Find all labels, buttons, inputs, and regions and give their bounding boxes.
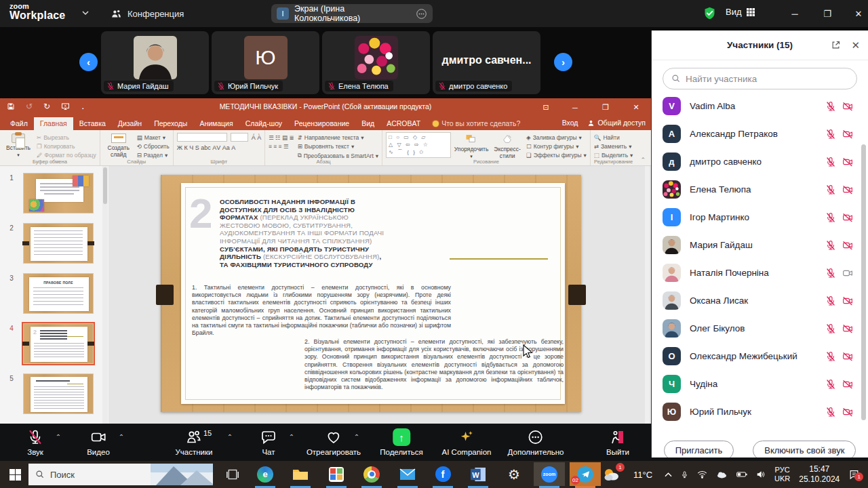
view-button[interactable]: Вид <box>726 7 755 17</box>
copy-button[interactable]: ❐ Копировать <box>37 143 96 150</box>
toolbar-share-button[interactable]: ↑ Поделиться <box>380 428 423 456</box>
start-button[interactable] <box>3 461 27 488</box>
tell-me-box[interactable]: Что вы хотите сделать? <box>427 117 526 130</box>
notification-center-icon[interactable]: 1 <box>848 469 860 480</box>
ribbon-tab-дизайн[interactable]: Дизайн <box>112 117 148 130</box>
ppt-restore-button[interactable]: ❐ <box>595 98 616 117</box>
ribbon-tab-переходы[interactable]: Переходы <box>148 117 193 130</box>
toolbar-chat-button[interactable]: Чат <box>260 428 277 456</box>
shape-outline-button[interactable]: ☐ Контур фигуры ▾ <box>526 143 587 150</box>
toolbar-sparkle-button[interactable]: AI Companion <box>442 428 492 456</box>
arrange-button[interactable]: Упорядочить▾ <box>454 132 488 158</box>
participant-row[interactable]: д дмитро савченко <box>652 148 868 176</box>
toolbar-mic-off-button[interactable]: Звук <box>27 428 43 456</box>
participant-row[interactable]: Наталія Почерніна <box>652 259 868 287</box>
toolbar-camera-button[interactable]: Видео <box>87 428 110 456</box>
layout-button[interactable]: ▤ Макет ▾ <box>137 134 170 141</box>
taskbar-app-file-explorer[interactable] <box>285 462 316 486</box>
tray-chevron-up-icon[interactable] <box>665 472 672 477</box>
ribbon-tab-acrobat[interactable]: ACROBAT <box>380 117 427 130</box>
collapse-ribbon-icon[interactable]: ⌃ <box>640 157 646 163</box>
ribbon-tab-вид[interactable]: Вид <box>355 117 380 130</box>
close-button[interactable]: ✕ <box>844 0 868 27</box>
ribbon-tab-вставка[interactable]: Вставка <box>73 117 112 130</box>
temperature-label[interactable]: 11°C <box>628 461 658 488</box>
canvas-scrollbar[interactable] <box>645 166 650 424</box>
ribbon-display-options-icon[interactable]: ⊡ <box>536 98 556 117</box>
taskbar-search-input[interactable]: Поиск <box>28 464 213 485</box>
participant-row[interactable]: А Александр Петраков <box>652 120 868 148</box>
ribbon-tab-рецензирование[interactable]: Рецензирование <box>288 117 355 130</box>
minimize-button[interactable]: ─ <box>780 0 810 27</box>
clock[interactable]: 15:47 25.10.2024 <box>799 464 840 485</box>
toolbar-chevron-up-icon[interactable]: ⌃ <box>119 433 124 441</box>
scroll-left-button[interactable]: ‹ <box>79 53 98 71</box>
text-direction-button[interactable]: ⇵ Направление текста ▾ <box>298 134 378 141</box>
font-buttons[interactable]: Ж К Ч S abc АV Аа А <box>177 144 262 151</box>
cut-button[interactable]: ✂ Вырезать <box>37 134 96 141</box>
participant-row[interactable]: О Олександр Межибецький <box>652 342 868 370</box>
slide[interactable]: 2 ОСОБЛИВОСТІ НАДАННЯ ІНФОРМАЦІЇ В ДОСТУ… <box>161 175 581 412</box>
grow-font-icon[interactable]: А́ А̀ <box>252 134 262 141</box>
language-indicator[interactable]: РУС UKR <box>774 466 790 483</box>
quick-styles-button[interactable]: Экспресс-стили <box>492 132 523 158</box>
tray-wifi-icon[interactable] <box>697 470 707 479</box>
restore-button[interactable]: ❐ <box>812 0 842 27</box>
participant-row[interactable]: Олег Бікулов <box>652 314 868 342</box>
ribbon-tab-слайд-шоу[interactable]: Слайд-шоу <box>239 117 288 130</box>
align-icons[interactable]: ≡ ≡ ≡ ☰ <box>269 143 294 150</box>
taskbar-app-chrome[interactable] <box>356 462 387 486</box>
taskbar-app-telegram[interactable]: 02 <box>570 462 601 486</box>
sign-in-button[interactable]: Вход <box>562 119 578 127</box>
taskbar-app-task-view[interactable] <box>217 462 248 486</box>
participant-row[interactable]: Мария Гайдаш <box>652 231 868 259</box>
participant-search-input[interactable]: Найти участника <box>663 68 857 89</box>
toolbar-leave-button[interactable]: Выйти <box>606 428 629 456</box>
toolbar-more-button[interactable]: Дополнительно <box>508 428 564 456</box>
ppt-close-button[interactable]: ✕ <box>626 98 646 117</box>
tray-mic-icon[interactable] <box>681 470 688 480</box>
section-button[interactable]: ⊟ Раздел ▾ <box>137 152 170 159</box>
ribbon-tab-главная[interactable]: Главная <box>34 117 73 130</box>
slide-thumbnail-2[interactable]: 2 <box>0 223 103 264</box>
participants-scrollbar[interactable] <box>861 144 866 420</box>
ellipsis-icon[interactable] <box>416 8 427 20</box>
bullets-icon[interactable]: ☰ ☷ ▤ ≣ <box>269 134 294 141</box>
format-painter-button[interactable]: 🖉 Формат по образцу <box>37 152 96 159</box>
slide-thumbnail-1[interactable]: 1 <box>0 173 103 214</box>
participant-row[interactable]: V Vadim Alba <box>652 92 868 120</box>
taskbar-app-store[interactable] <box>321 462 352 486</box>
ribbon-tab-файл[interactable]: Файл <box>4 117 34 130</box>
participant-row[interactable]: Ч Чудіна <box>652 370 868 398</box>
share-button[interactable]: Общий доступ <box>587 119 646 127</box>
video-tile[interactable]: Мария Гайдаш <box>101 31 209 94</box>
slide-thumbnail-5[interactable]: 5 <box>0 373 103 414</box>
weather-icon[interactable]: 1 <box>598 461 625 488</box>
slide-thumbnail-4[interactable]: 4 2 <box>0 323 103 364</box>
ppt-minimize-button[interactable]: ─ <box>565 98 585 117</box>
scroll-right-button[interactable]: › <box>554 53 572 71</box>
tray-onedrive-icon[interactable] <box>716 471 728 479</box>
video-tile[interactable]: Елена Телюпа <box>322 31 430 94</box>
tab-screen-share[interactable]: І Экран (Ірина Колокольчикова) <box>271 4 433 23</box>
font-size-select[interactable] <box>231 133 248 142</box>
popout-icon[interactable] <box>831 40 841 50</box>
taskbar-app-mail[interactable] <box>392 462 423 486</box>
toolbar-heart-button[interactable]: Отреагировать <box>307 428 361 456</box>
toolbar-chevron-up-icon[interactable]: ⌃ <box>354 433 359 441</box>
thumbnails-scrollbar[interactable] <box>102 166 108 424</box>
participant-row[interactable]: Елена Телюпа <box>652 176 868 203</box>
replace-button[interactable]: ⇄ Заменить ▾ <box>594 143 633 150</box>
video-tile[interactable]: дмитро савчен...дмитро савченко <box>433 31 540 94</box>
toolbar-people-button[interactable]: 15 Участники <box>176 428 213 456</box>
paste-button[interactable]: Вставить▾ <box>3 132 33 158</box>
video-tile[interactable]: ЮЮрий Пильчук <box>212 31 319 94</box>
taskbar-app-zoom[interactable]: zoom <box>534 462 565 486</box>
align-text-button[interactable]: ⊞ Выровнять текст ▾ <box>298 143 378 150</box>
font-name-select[interactable] <box>177 133 227 142</box>
toolbar-chevron-up-icon[interactable]: ⌃ <box>227 433 233 441</box>
shape-effects-button[interactable]: ❑ Эффекты фигуры ▾ <box>526 152 587 159</box>
participant-row[interactable]: І Ігор Мартинко <box>652 203 868 231</box>
close-panel-icon[interactable]: ✕ <box>851 39 860 52</box>
toolbar-chevron-up-icon[interactable]: ⌃ <box>289 433 294 441</box>
